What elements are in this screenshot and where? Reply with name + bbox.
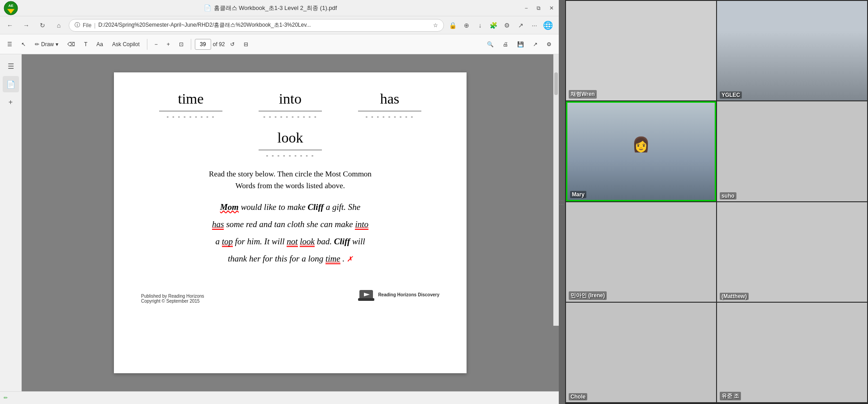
close-button[interactable]: ✕ bbox=[548, 5, 555, 12]
publisher-copyright: Copyright © September 2015 bbox=[141, 299, 200, 304]
more-options-icon[interactable]: ··· bbox=[529, 20, 540, 31]
panel-add-button[interactable]: + bbox=[3, 94, 19, 110]
back-button[interactable]: ← bbox=[4, 19, 16, 32]
word-thank-her: thank her for this for a long bbox=[228, 254, 326, 263]
word-look-line bbox=[259, 150, 322, 150]
window-controls: − ⧉ ✕ bbox=[523, 5, 555, 12]
tile-yujeong-label: 유준 조 bbox=[720, 392, 741, 400]
eraser-icon: ⌫ bbox=[67, 41, 75, 48]
story-line-4: thank her for this for a long time . ✗ bbox=[228, 254, 353, 263]
two-page-button[interactable]: ⊟ bbox=[240, 38, 252, 51]
tile-matthew-bg bbox=[717, 202, 867, 302]
pdf-page: time - - - - - - - - - into - - - - - - … bbox=[114, 72, 467, 373]
zoom-out-button[interactable]: − bbox=[151, 38, 161, 51]
address-file-label: File bbox=[83, 22, 91, 29]
word-not-story: not bbox=[287, 233, 297, 250]
video-tile-chole: Chole bbox=[566, 303, 716, 402]
browser-extension-icon[interactable]: 🔒 bbox=[448, 20, 458, 31]
video-tile-yglec: YGLEC bbox=[717, 1, 867, 100]
panel-sidebar-button[interactable]: ☰ bbox=[3, 58, 19, 74]
text-button[interactable]: Aa bbox=[93, 38, 107, 51]
print-button[interactable]: 🖨 bbox=[499, 38, 512, 51]
word-has-story: has bbox=[212, 219, 224, 230]
vertical-scrollbar[interactable] bbox=[553, 54, 559, 326]
word-into-story: into bbox=[355, 219, 368, 230]
word-period: . bbox=[342, 254, 344, 263]
refresh-button[interactable]: ↻ bbox=[36, 19, 49, 32]
zoom-in-button[interactable]: + bbox=[163, 38, 174, 51]
title-bar-left: AE bbox=[4, 1, 18, 15]
address-star-icon[interactable]: ☆ bbox=[433, 22, 438, 29]
draw-button[interactable]: ✏ Draw ▾ bbox=[31, 38, 62, 51]
sep-dots: ⋮⋮ bbox=[559, 199, 564, 206]
video-tile-wren: 채령Wren bbox=[566, 1, 716, 100]
publisher-info: Published by Reading Horizons Copyright … bbox=[141, 294, 204, 304]
rotate-icon: ↺ bbox=[230, 41, 235, 48]
word-bad-cliff: bad. Cliff will bbox=[317, 237, 365, 246]
tile-yglec-label: YGLEC bbox=[720, 91, 742, 99]
pdf-settings-button[interactable]: ⚙ bbox=[543, 38, 555, 51]
video-tile-suho: suho bbox=[717, 101, 867, 201]
toolbar-divider-2 bbox=[191, 39, 191, 50]
pdf-content-wrapper: ☰ 📄 + time - - - - - - - - - into bbox=[0, 54, 559, 391]
home-button[interactable]: ⌂ bbox=[52, 19, 65, 32]
highlight-button[interactable]: T bbox=[80, 38, 91, 51]
highlight-icon: T bbox=[84, 41, 87, 48]
title-bar: AE 📄 홈클래스 Workbook_초1-3 Level 2_최종 (1).p… bbox=[0, 0, 559, 16]
extensions-icon[interactable]: 🧩 bbox=[488, 20, 499, 31]
word-has: has bbox=[380, 90, 400, 107]
edge-logo-icon[interactable]: 🌐 bbox=[542, 20, 553, 31]
word-look-dashes: - - - - - - - - - bbox=[266, 152, 314, 159]
two-page-icon: ⊟ bbox=[244, 41, 248, 48]
tile-suho-placeholder bbox=[717, 101, 867, 201]
page-total: of 92 bbox=[213, 41, 225, 48]
address-url: D:/2024/Spring%20Semester-April~June/RHD… bbox=[98, 21, 430, 29]
fit-page-button[interactable]: ⊡ bbox=[175, 38, 187, 51]
address-icons: 🔒 ⊕ ↓ 🧩 ⚙ ↗ ··· 🌐 bbox=[448, 20, 553, 31]
copilot-button[interactable]: Ask Copilot bbox=[108, 38, 143, 51]
save-button[interactable]: 💾 bbox=[514, 38, 528, 51]
video-tile-yujeong: 유준 조 bbox=[717, 303, 867, 402]
tile-mary-label: Mary bbox=[570, 191, 586, 198]
story-line-1: Mom would like to make Cliff a gift. She bbox=[220, 202, 361, 212]
page-number-input[interactable] bbox=[195, 39, 211, 50]
sidebar-toggle-button[interactable]: ☰ bbox=[4, 38, 16, 51]
cursor-tool-button[interactable]: ↖ bbox=[18, 38, 29, 51]
tile-suho-label: suho bbox=[720, 192, 736, 200]
bottom-bar: ✏ bbox=[0, 391, 559, 404]
word-has-line bbox=[358, 111, 421, 111]
zoom-out-icon: − bbox=[155, 41, 158, 48]
publisher-name: Published by Reading Horizons bbox=[141, 294, 204, 299]
word-has-dashes: - - - - - - - - - bbox=[365, 113, 414, 120]
restore-button[interactable]: ⧉ bbox=[535, 5, 542, 12]
share-button[interactable]: ↗ bbox=[529, 38, 541, 51]
publisher-logo-text: Reading Horizons Discovery bbox=[378, 292, 439, 297]
publisher-logo-icon bbox=[357, 285, 375, 304]
save-icon: 💾 bbox=[517, 41, 524, 48]
pdf-settings-icon: ⚙ bbox=[547, 41, 552, 48]
panel-thumbnail-button[interactable]: 📄 bbox=[3, 76, 19, 92]
window-title: 홈클래스 Workbook_초1-3 Level 2_최종 (1).pdf bbox=[214, 4, 337, 12]
eraser-button[interactable]: ⌫ bbox=[64, 38, 79, 51]
share-fav-icon[interactable]: ↗ bbox=[515, 20, 526, 31]
word-Mom: Mom bbox=[220, 202, 239, 212]
tile-yujeong-bg bbox=[717, 303, 867, 402]
minimize-button[interactable]: − bbox=[523, 5, 530, 12]
word-top-story: top bbox=[222, 237, 233, 247]
word-item-into: into - - - - - - - - - - bbox=[254, 90, 326, 120]
browser-icon[interactable]: ⊕ bbox=[461, 20, 472, 31]
fit-page-icon: ⊡ bbox=[179, 41, 184, 48]
browser-settings-icon[interactable]: ⚙ bbox=[502, 20, 513, 31]
sidebar-icon: ☰ bbox=[7, 41, 12, 48]
rotate-button[interactable]: ↺ bbox=[226, 38, 238, 51]
draw-icon: ✏ bbox=[35, 41, 39, 48]
address-separator: | bbox=[94, 22, 95, 29]
forward-button[interactable]: → bbox=[20, 19, 33, 32]
address-input[interactable]: ⓘ File | D:/2024/Spring%20Semester-April… bbox=[69, 19, 444, 32]
download-icon[interactable]: ↓ bbox=[475, 20, 486, 31]
word-item-time: time - - - - - - - - - bbox=[155, 90, 227, 120]
search-button[interactable]: 🔍 bbox=[483, 38, 497, 51]
publisher-logo: Reading Horizons Discovery bbox=[357, 285, 439, 304]
video-tile-matthew: (Matthew) bbox=[717, 202, 867, 302]
tile-wren-label: 채령Wren bbox=[569, 90, 597, 99]
